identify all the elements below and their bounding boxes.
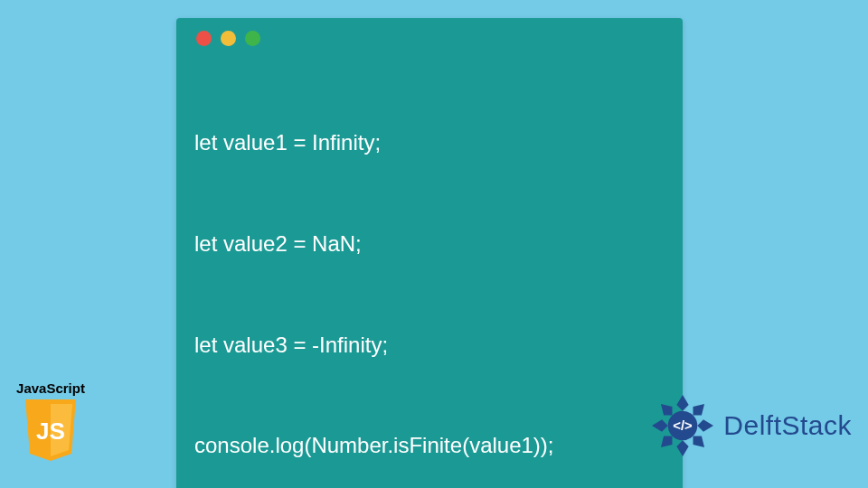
brand: </> DelftStack (649, 392, 852, 459)
svg-marker-4 (698, 419, 714, 431)
javascript-label: JavaScript (11, 380, 90, 396)
code-line: let value3 = -Infinity; (194, 328, 665, 361)
svg-marker-8 (652, 419, 668, 431)
svg-marker-6 (677, 440, 689, 456)
javascript-badge: JavaScript JS (11, 380, 90, 463)
code-block: let value1 = Infinity; let value2 = NaN;… (194, 59, 665, 488)
maximize-icon (245, 31, 260, 46)
code-line: console.log(Number.isFinite(value1)); (194, 428, 665, 462)
brand-logo-icon: </> (649, 392, 716, 459)
js-glyph: JS (36, 418, 65, 445)
code-line: let value1 = Infinity; (194, 126, 665, 159)
javascript-shield-icon: JS (23, 399, 79, 463)
code-line: let value2 = NaN; (194, 227, 665, 260)
brand-name: DelftStack (723, 410, 852, 441)
code-window: let value1 = Infinity; let value2 = NaN;… (176, 18, 683, 488)
minimize-icon (221, 31, 236, 46)
svg-marker-2 (677, 395, 689, 411)
svg-text:</>: </> (674, 418, 693, 433)
close-icon (196, 31, 212, 46)
window-controls (194, 31, 665, 46)
